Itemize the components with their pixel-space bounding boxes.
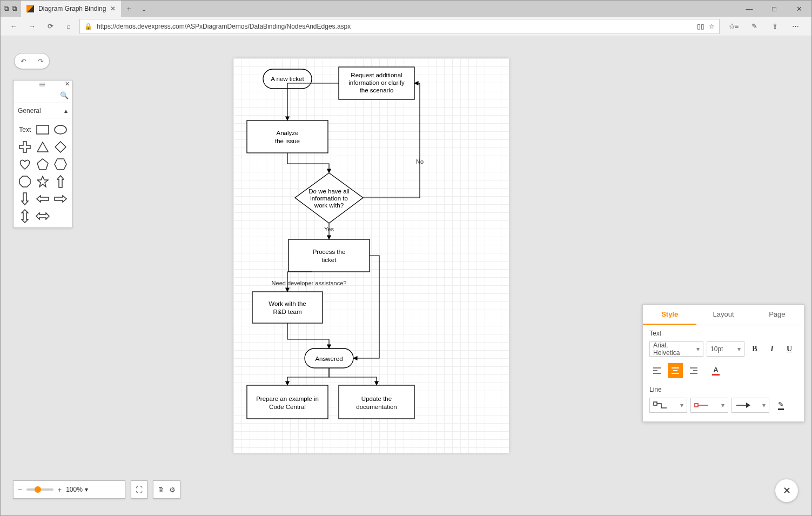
shape-category-header[interactable]: General ▴ (14, 103, 72, 118)
font-family-select[interactable]: Arial, Helvetica▾ (649, 341, 703, 357)
tab-page[interactable]: Page (750, 305, 804, 325)
shape-arrow-updown[interactable] (18, 209, 32, 223)
window-close-button[interactable]: ✕ (787, 1, 811, 17)
tab-close-icon[interactable]: ✕ (110, 5, 116, 12)
align-center-button[interactable] (668, 363, 683, 378)
redo-button[interactable]: ↷ (38, 57, 44, 65)
node-n8-l1: Prepare an example in (256, 396, 319, 402)
shape-heart[interactable] (18, 157, 32, 171)
font-color-button[interactable]: A (708, 366, 724, 376)
shape-star[interactable] (36, 175, 50, 189)
section-line-label: Line (649, 386, 797, 393)
tab-overflow-button[interactable]: ⌄ (136, 1, 151, 17)
shape-diamond[interactable] (53, 140, 68, 154)
close-panel-button[interactable]: ✕ (775, 479, 798, 502)
category-label: General (18, 107, 41, 115)
align-left-button[interactable] (649, 363, 665, 378)
shape-arrow-down[interactable] (18, 192, 32, 206)
shape-octagon[interactable] (18, 175, 32, 189)
shape-ellipse[interactable] (53, 123, 68, 137)
collapse-icon: ▴ (64, 107, 68, 115)
edge-label-no: No (416, 158, 424, 165)
node-n2-l3: the scenario (360, 87, 394, 93)
reload-button[interactable]: ⟳ (43, 19, 58, 34)
edge-n7-n8[interactable] (287, 368, 329, 385)
export-button[interactable]: 🗎 (158, 486, 165, 494)
node-n9-l2: documentation (356, 404, 397, 410)
edge-label-needdev: Need developer assistance? (272, 280, 347, 286)
italic-button[interactable]: I (765, 342, 779, 356)
line-end-select[interactable]: ▾ (732, 398, 769, 413)
settings-button[interactable]: ⚙ (169, 486, 176, 494)
shape-text[interactable]: Text (18, 123, 32, 137)
line-color-button[interactable]: ✎ (773, 400, 789, 410)
notes-icon[interactable]: ✎ (747, 19, 762, 34)
shape-hexagon[interactable] (53, 157, 68, 171)
chevron-down-icon: ▾ (737, 345, 741, 353)
diagram-canvas[interactable]: A new ticket Request additional informat… (233, 58, 509, 453)
shape-search[interactable]: 🔍 (14, 88, 72, 103)
favorite-icon[interactable]: ☆ (709, 23, 715, 30)
svg-rect-3 (695, 404, 698, 407)
back-button[interactable]: ← (6, 19, 21, 34)
node-n8[interactable] (247, 385, 328, 419)
undo-button[interactable]: ↶ (21, 57, 26, 65)
bold-button[interactable]: B (748, 342, 762, 356)
node-n6[interactable] (252, 292, 323, 323)
browser-titlebar: ⧉ ⧉ Diagram Graph Binding ✕ ＋ ⌄ — □ ✕ (1, 1, 811, 17)
zoom-slider-knob[interactable] (35, 486, 41, 493)
zoom-in-button[interactable]: + (58, 486, 62, 494)
panel-drag-handle[interactable]: ✕ (14, 81, 72, 88)
shape-placeholder (53, 209, 68, 223)
edge-n3-n4[interactable] (287, 153, 329, 173)
forward-button[interactable]: → (24, 19, 39, 34)
tab-style[interactable]: Style (643, 305, 696, 325)
app-icon: ⧉ (4, 4, 9, 13)
shape-triangle[interactable] (36, 140, 50, 154)
shape-arrow-left[interactable] (36, 192, 50, 206)
browser-tab[interactable]: Diagram Graph Binding ✕ (21, 1, 121, 17)
line-start-select[interactable]: ▾ (690, 398, 728, 413)
node-n9[interactable] (339, 385, 414, 419)
edge-n4-n2[interactable] (363, 83, 420, 198)
shape-pentagon[interactable] (36, 157, 50, 171)
shape-arrow-right[interactable] (53, 192, 68, 206)
chevron-down-icon: ▾ (85, 486, 88, 493)
edge-n6-n7[interactable] (287, 323, 329, 349)
fullscreen-button[interactable]: ⛶ (136, 486, 143, 494)
panel-close-icon[interactable]: ✕ (65, 81, 70, 88)
reader-icon[interactable]: ▯▯ (697, 23, 704, 30)
zoom-out-button[interactable]: − (18, 486, 22, 494)
tab-layout[interactable]: Layout (696, 305, 750, 325)
shape-arrow-up[interactable] (53, 175, 68, 189)
lock-icon: 🔒 (84, 23, 92, 30)
browser-toolbar: ← → ⟳ ⌂ 🔒 https://demos.devexpress.com/A… (1, 17, 811, 36)
shape-rectangle[interactable] (36, 123, 50, 137)
underline-button[interactable]: U (782, 342, 796, 356)
edge-label-yes: Yes (324, 226, 334, 232)
address-bar[interactable]: 🔒 https://demos.devexpress.com/ASPxDiagr… (79, 19, 720, 34)
edge-n7-n9[interactable] (329, 368, 377, 385)
search-icon: 🔍 (60, 91, 69, 99)
window-maximize-button[interactable]: □ (762, 1, 787, 17)
svg-rect-0 (37, 125, 49, 134)
chevron-down-icon: ▾ (721, 401, 724, 409)
node-n2-l1: Request additional (351, 72, 402, 78)
zoom-select[interactable]: 100%▾ (66, 486, 88, 493)
node-n2-l2: information or clarify (348, 79, 405, 86)
zoom-slider[interactable] (26, 488, 53, 491)
node-n3[interactable] (247, 120, 328, 153)
shape-cross[interactable] (18, 140, 32, 154)
node-n5[interactable] (288, 239, 370, 272)
align-right-button[interactable] (686, 363, 701, 378)
new-tab-button[interactable]: ＋ (121, 1, 136, 17)
favorites-list-icon[interactable]: ✩≡ (726, 19, 741, 34)
share-icon[interactable]: ⇪ (767, 19, 782, 34)
home-button[interactable]: ⌂ (61, 19, 76, 34)
window-minimize-button[interactable]: — (737, 1, 762, 17)
more-icon[interactable]: ⋯ (788, 19, 803, 34)
font-size-select[interactable]: 10pt▾ (707, 341, 744, 357)
connector-type-select[interactable]: ▾ (649, 398, 687, 413)
chevron-down-icon: ▾ (696, 345, 700, 353)
shape-arrow-leftright[interactable] (36, 209, 50, 223)
